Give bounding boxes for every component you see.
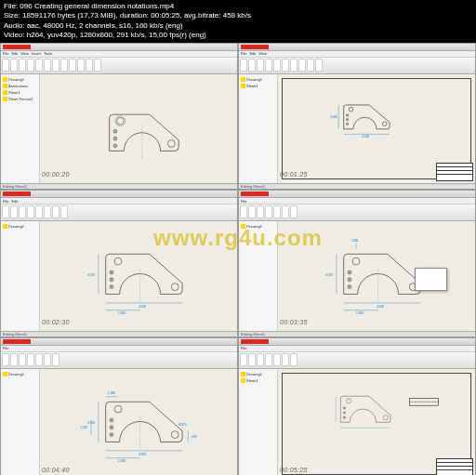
- ribbon-btn[interactable]: [19, 59, 26, 72]
- ribbon-btn[interactable]: [44, 59, 51, 72]
- feature-tree[interactable]: Drawing1 Sheet1: [239, 74, 278, 184]
- ribbon-btn[interactable]: [27, 205, 34, 218]
- ribbon-toolbar[interactable]: [1, 205, 237, 221]
- ribbon-btn[interactable]: [273, 59, 281, 72]
- tree-item[interactable]: Drawing1: [241, 223, 275, 230]
- drawing-canvas[interactable]: 00:00:20: [40, 74, 237, 184]
- ribbon-btn[interactable]: [265, 59, 272, 72]
- ribbon-btn[interactable]: [290, 59, 298, 72]
- ribbon-toolbar[interactable]: [239, 58, 475, 74]
- menu-view[interactable]: View: [20, 51, 29, 56]
- ribbon-toolbar[interactable]: [239, 352, 475, 369]
- ribbon-btn[interactable]: [248, 59, 256, 72]
- ribbon-btn[interactable]: [44, 353, 51, 366]
- drawing-canvas[interactable]: 4.500 2.500 3.750 1.000 .500 Ø.375 1.250…: [40, 369, 237, 475]
- ribbon-btn[interactable]: [265, 353, 272, 366]
- feature-tree[interactable]: Drawing1: [1, 221, 40, 331]
- menu-bar[interactable]: File: [239, 198, 475, 205]
- tree-item[interactable]: Drawing1: [3, 223, 37, 230]
- tree-item[interactable]: Sheet Format1: [3, 96, 37, 102]
- ribbon-btn[interactable]: [248, 353, 256, 366]
- menu-insert[interactable]: Insert: [32, 51, 41, 56]
- ribbon-btn[interactable]: [94, 59, 101, 72]
- menu-file[interactable]: File: [3, 346, 8, 350]
- feature-tree[interactable]: Drawing1: [239, 221, 278, 331]
- menu-file[interactable]: File: [241, 199, 246, 204]
- ribbon-btn[interactable]: [60, 59, 68, 72]
- feature-tree[interactable]: Drawing1 Annotations Sheet1 Sheet Format…: [1, 74, 40, 184]
- ribbon-btn[interactable]: [240, 205, 247, 218]
- ribbon-toolbar[interactable]: [239, 205, 475, 221]
- ribbon-btn[interactable]: [27, 353, 34, 366]
- ribbon-btn[interactable]: [290, 353, 298, 366]
- tree-item[interactable]: Drawing1: [241, 371, 275, 377]
- drawing-canvas[interactable]: 4.500 2.500 00:01:25: [278, 74, 475, 184]
- menu-view[interactable]: View: [258, 51, 267, 56]
- ribbon-btn[interactable]: [2, 353, 9, 366]
- menu-bar[interactable]: FileEditView: [239, 51, 475, 58]
- feature-tree[interactable]: Drawing1: [1, 369, 40, 475]
- menu-edit[interactable]: Edit: [11, 51, 18, 56]
- ribbon-btn[interactable]: [60, 205, 68, 218]
- ribbon-btn[interactable]: [69, 59, 76, 72]
- menu-file[interactable]: File: [3, 51, 8, 56]
- ribbon-btn[interactable]: [19, 353, 26, 366]
- ribbon-toolbar[interactable]: [1, 58, 237, 74]
- ribbon-btn[interactable]: [315, 59, 323, 72]
- tree-root[interactable]: Drawing1: [3, 76, 37, 83]
- ribbon-btn[interactable]: [257, 59, 264, 72]
- menu-edit[interactable]: Edit: [11, 199, 18, 204]
- menu-bar[interactable]: File Edit View Insert Tools: [1, 51, 237, 58]
- ribbon-btn[interactable]: [273, 205, 281, 218]
- menu-edit[interactable]: Edit: [249, 51, 256, 56]
- menu-tools[interactable]: Tools: [44, 51, 52, 56]
- ribbon-btn[interactable]: [282, 59, 289, 72]
- drawing-canvas[interactable]: 4.500 2.500 3.750 00:02:30: [40, 221, 237, 331]
- ribbon-btn[interactable]: [44, 205, 51, 218]
- ribbon-btn[interactable]: [265, 205, 272, 218]
- ribbon-btn[interactable]: [35, 353, 43, 366]
- ribbon-btn[interactable]: [27, 59, 34, 72]
- ribbon-btn[interactable]: [52, 205, 60, 218]
- ribbon-btn[interactable]: [10, 59, 18, 72]
- ribbon-btn[interactable]: [298, 59, 306, 72]
- menu-bar[interactable]: FileEdit: [1, 198, 237, 205]
- ribbon-btn[interactable]: [19, 205, 26, 218]
- menu-file[interactable]: File: [3, 199, 8, 204]
- ribbon-btn[interactable]: [52, 59, 60, 72]
- ribbon-btn[interactable]: [282, 205, 289, 218]
- menu-bar[interactable]: File: [239, 346, 475, 352]
- drawing-canvas[interactable]: 00:05:25: [278, 369, 475, 475]
- ribbon-btn[interactable]: [77, 59, 85, 72]
- menu-bar[interactable]: File: [1, 346, 237, 352]
- ribbon-toolbar[interactable]: [1, 352, 237, 369]
- ribbon-btn[interactable]: [35, 205, 43, 218]
- menu-file[interactable]: File: [241, 346, 246, 350]
- tree-item[interactable]: Sheet1: [3, 89, 37, 96]
- ribbon-btn[interactable]: [257, 205, 264, 218]
- dimension-flyout[interactable]: [415, 268, 447, 291]
- tree-item[interactable]: Sheet1: [241, 83, 275, 89]
- drawing-canvas[interactable]: 4.500 2.500 3.750 1.000 Ø.375 00:03:35: [278, 221, 475, 331]
- ribbon-btn[interactable]: [10, 353, 18, 366]
- ribbon-btn[interactable]: [282, 353, 289, 366]
- ribbon-btn[interactable]: [290, 205, 298, 218]
- ribbon-btn[interactable]: [10, 205, 18, 218]
- ribbon-btn[interactable]: [307, 59, 314, 72]
- ribbon-btn[interactable]: [240, 59, 247, 72]
- ribbon-btn[interactable]: [86, 59, 93, 72]
- tree-item[interactable]: Drawing1: [3, 371, 37, 377]
- feature-tree[interactable]: Drawing1 Sheet1: [239, 369, 278, 475]
- ribbon-btn[interactable]: [240, 353, 247, 366]
- ribbon-btn[interactable]: [52, 353, 60, 366]
- menu-file[interactable]: File: [241, 51, 246, 56]
- ribbon-btn[interactable]: [2, 205, 9, 218]
- tree-item[interactable]: Sheet1: [241, 377, 275, 384]
- ribbon-btn[interactable]: [257, 353, 264, 366]
- ribbon-btn[interactable]: [248, 205, 256, 218]
- tree-item[interactable]: Annotations: [3, 83, 37, 89]
- ribbon-btn[interactable]: [35, 59, 43, 72]
- tree-item[interactable]: Drawing1: [241, 76, 275, 83]
- ribbon-btn[interactable]: [2, 59, 9, 72]
- ribbon-btn[interactable]: [273, 353, 281, 366]
